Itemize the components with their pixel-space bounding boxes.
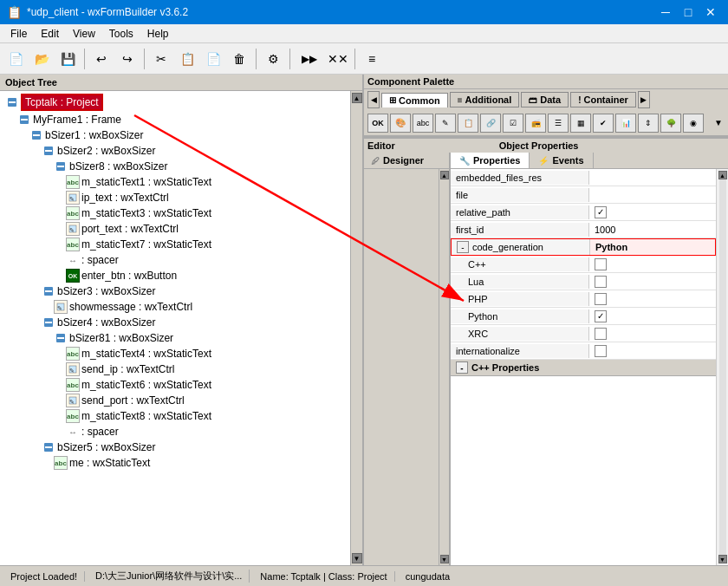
scroll-down-button[interactable]: ▼: [352, 553, 362, 563]
props-scroll-down[interactable]: ▼: [718, 555, 727, 563]
palette-icon-radio[interactable]: 📻: [525, 114, 546, 133]
tree-item[interactable]: ↔: spacer: [0, 424, 350, 440]
prop-checkbox[interactable]: [595, 345, 607, 357]
toolbar-cut[interactable]: ✂: [149, 47, 173, 71]
toolbar-new[interactable]: 📄: [3, 47, 28, 71]
prop-value-cell[interactable]: [589, 274, 716, 290]
prop-checkbox[interactable]: [595, 328, 607, 340]
tree-item[interactable]: abcme : wxStaticText: [0, 455, 350, 471]
tree-item[interactable]: abcm_staticText6 : wxStaticText: [0, 377, 350, 393]
prop-value-cell[interactable]: [589, 343, 716, 359]
tree-item[interactable]: abcm_staticText3 : wxStaticText: [0, 205, 350, 221]
menu-view[interactable]: View: [66, 26, 102, 42]
palette-icon-check2[interactable]: ✔: [593, 114, 614, 133]
prop-value-cell[interactable]: [589, 257, 716, 272]
menu-file[interactable]: File: [3, 26, 34, 42]
palette-icon-html[interactable]: ◉: [683, 114, 704, 133]
toolbar-undo[interactable]: ↩: [89, 47, 114, 71]
palette-tab-common[interactable]: ⊞ Common: [381, 93, 448, 107]
prop-checkbox[interactable]: ✓: [595, 206, 607, 218]
toolbar-copy[interactable]: 📋: [175, 47, 199, 71]
tree-item[interactable]: ✎send_port : wxTextCtrl: [0, 393, 350, 408]
toolbar-redo[interactable]: ↪: [115, 47, 140, 71]
tree-item-label: bSizer5 : wxBoxSizer: [57, 441, 155, 453]
tree-scrollbar[interactable]: ▲ ▼: [350, 91, 362, 565]
tree-item[interactable]: abcm_staticText1 : wxStaticText: [0, 174, 350, 190]
menu-help[interactable]: Help: [140, 26, 176, 42]
prop-checkbox[interactable]: ✓: [595, 310, 607, 322]
palette-icon-tree[interactable]: 🌳: [660, 114, 681, 133]
prop-value-cell[interactable]: ✓: [589, 309, 716, 324]
palette-tab-additional[interactable]: ≡ Additional: [450, 92, 520, 107]
toolbar-generate[interactable]: ▶▶: [295, 47, 324, 71]
tree-item-label: m_staticText7 : wxStaticText: [81, 238, 211, 251]
designer-scroll-down[interactable]: ▼: [440, 555, 449, 563]
palette-icon-color[interactable]: 🎨: [390, 114, 411, 133]
props-scrollbar[interactable]: ▲ ▼: [716, 169, 728, 565]
palette-icon-ok[interactable]: OK: [367, 114, 388, 133]
palette-icon-list[interactable]: ☰: [548, 114, 569, 133]
tree-item[interactable]: abcm_staticText8 : wxStaticText: [0, 408, 350, 424]
tree-item[interactable]: Tcptalk : Project: [0, 93, 350, 112]
tree-item[interactable]: ✎showmessage : wxTextCtrl: [0, 299, 350, 315]
palette-icon-gauge[interactable]: 📊: [615, 114, 636, 133]
palette-next-button[interactable]: ▶: [638, 91, 650, 108]
tree-item[interactable]: ↔: spacer: [0, 252, 350, 268]
palette-icon-check[interactable]: ☑: [503, 114, 523, 133]
toolbar-paste[interactable]: 📄: [201, 47, 225, 71]
tree-item[interactable]: ✎ip_text : wxTextCtrl: [0, 190, 350, 205]
toolbar-open[interactable]: 📂: [29, 47, 54, 71]
designer-scroll-up[interactable]: ▲: [440, 171, 449, 179]
maximize-button[interactable]: □: [678, 2, 699, 23]
props-tab-properties[interactable]: 🔧 Properties: [451, 153, 530, 168]
prop-checkbox[interactable]: [595, 276, 607, 288]
toolbar-save[interactable]: 💾: [55, 47, 80, 71]
prop-checkbox[interactable]: [595, 293, 607, 305]
tree-item[interactable]: bSizer1 : wxBoxSizer: [0, 127, 350, 143]
palette-tab-data[interactable]: 🗃 Data: [521, 92, 569, 107]
tree-item[interactable]: abcm_staticText7 : wxStaticText: [0, 237, 350, 252]
palette-icon-link[interactable]: 🔗: [480, 114, 501, 133]
tree-item[interactable]: ✎send_ip : wxTextCtrl: [0, 361, 350, 377]
tree-item[interactable]: bSizer3 : wxBoxSizer: [0, 283, 350, 299]
menu-edit[interactable]: Edit: [34, 26, 66, 42]
prop-value-cell[interactable]: [589, 326, 716, 342]
section-expand-icon[interactable]: -: [456, 361, 468, 374]
menu-tools[interactable]: Tools: [102, 26, 140, 42]
palette-more-button[interactable]: ▼: [712, 116, 725, 129]
minimize-button[interactable]: ─: [655, 2, 676, 23]
props-tab-events[interactable]: ⚡ Events: [530, 153, 593, 168]
designer-tab[interactable]: 🖊 Designer: [364, 153, 449, 169]
tree-item[interactable]: bSizer2 : wxBoxSizer: [0, 143, 350, 159]
tree-item[interactable]: bSizer5 : wxBoxSizer: [0, 440, 350, 455]
tree-item[interactable]: OKenter_btn : wxButton: [0, 268, 350, 283]
palette-tab-container[interactable]: ! Container: [570, 92, 636, 107]
prop-name-cell: relative_path: [451, 205, 589, 219]
tree-item-icon: ✎: [66, 222, 80, 236]
tree-item[interactable]: bSizer4 : wxBoxSizer: [0, 315, 350, 330]
tree-item[interactable]: abcm_staticText4 : wxStaticText: [0, 346, 350, 361]
palette-icon-static[interactable]: abc: [413, 114, 433, 133]
tree-content[interactable]: Tcptalk : ProjectMyFrame1 : FramebSizer1…: [0, 91, 350, 565]
prop-checkbox[interactable]: [595, 258, 607, 270]
palette-icon-grid[interactable]: ▦: [570, 114, 591, 133]
palette-icon-scroll[interactable]: ⇕: [638, 114, 659, 133]
scroll-up-button[interactable]: ▲: [352, 93, 362, 103]
tree-item[interactable]: ✎port_text : wxTextCtrl: [0, 221, 350, 237]
close-button[interactable]: ✕: [700, 2, 721, 23]
prop-value-cell[interactable]: [589, 291, 716, 307]
toolbar-settings[interactable]: ⚙: [261, 47, 285, 71]
palette-icon-text[interactable]: ✎: [435, 114, 456, 133]
tree-item[interactable]: bSizer8 : wxBoxSizer: [0, 159, 350, 174]
props-scroll-up[interactable]: ▲: [718, 171, 727, 179]
toolbar-btn5[interactable]: ✕✕: [326, 47, 350, 71]
palette-prev-button[interactable]: ◀: [367, 91, 380, 108]
prop-expand-icon[interactable]: -: [457, 241, 469, 253]
prop-value-cell[interactable]: ✓: [589, 205, 716, 220]
palette-icon-choice[interactable]: 📋: [458, 114, 478, 133]
toolbar-delete[interactable]: 🗑: [227, 47, 251, 71]
designer-scrollbar[interactable]: ▲ ▼: [439, 169, 449, 565]
tree-item[interactable]: bSizer81 : wxBoxSizer: [0, 330, 350, 346]
toolbar-btn6[interactable]: ≡: [360, 47, 384, 71]
tree-item[interactable]: MyFrame1 : Frame: [0, 112, 350, 127]
